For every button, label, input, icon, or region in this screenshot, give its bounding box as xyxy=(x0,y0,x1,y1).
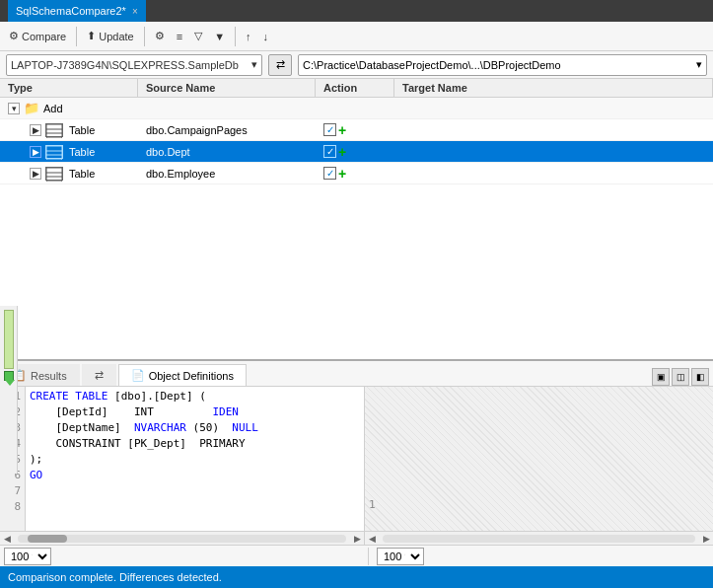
object-def-tab-label: Object Definitions xyxy=(149,370,234,382)
expand-icon[interactable]: ▾ xyxy=(8,103,20,114)
source-connection-label: LAPTOP-J7389G4N\SQLEXPRESS.SampleDb xyxy=(11,59,239,71)
scroll-left-arrow[interactable]: ◀ xyxy=(0,532,14,546)
left-indicator-strip xyxy=(0,387,18,474)
plus-icon: + xyxy=(338,145,346,159)
status-message: Comparison complete. Differences detecte… xyxy=(8,571,222,583)
source-connection-dropdown[interactable]: LAPTOP-J7389G4N\SQLEXPRESS.SampleDb ▾ xyxy=(6,54,262,76)
split-right-button[interactable]: ◫ xyxy=(672,368,689,386)
filter-dropdown-icon: ▼ xyxy=(214,31,225,42)
nav-up-button[interactable]: ↑ xyxy=(241,25,256,48)
document-tab[interactable]: SqlSchemaCompare2* × xyxy=(8,0,146,22)
code-line-2: [DeptId] INT IDEN xyxy=(30,404,360,420)
source-name-cell: dbo.Dept xyxy=(138,144,316,160)
code-left-panel: 1 2 3 4 5 6 7 8 CREATE TABLE [dbo].[Dept… xyxy=(0,387,365,531)
header-type: Type xyxy=(0,79,138,97)
svg-rect-3 xyxy=(46,146,62,160)
scroll-right-left-arrow[interactable]: ◀ xyxy=(365,532,379,546)
table-row[interactable]: ▶ Table dbo.Dept ✓ + xyxy=(0,141,713,163)
code-right-panel: 1 xyxy=(365,387,713,531)
type-label: Table xyxy=(69,168,95,180)
list-button[interactable]: ≡ xyxy=(172,25,187,48)
editor-scrollbar[interactable]: ◀ ▶ ◀ ▶ xyxy=(0,531,713,545)
right-line-number: 1 xyxy=(369,498,376,511)
separator-3 xyxy=(235,27,236,46)
settings-button[interactable]: ⚙ xyxy=(150,25,170,48)
nav-down-button[interactable]: ↓ xyxy=(258,25,274,48)
row-expand-icon[interactable]: ▶ xyxy=(30,168,41,180)
svg-rect-6 xyxy=(46,168,62,182)
target-cell xyxy=(394,128,713,132)
header-source: Source Name xyxy=(138,79,316,97)
scroll-track-left[interactable] xyxy=(18,535,346,543)
type-cell: ▶ Table xyxy=(0,165,138,183)
action-cell: ✓ + xyxy=(316,121,394,139)
scroll-thumb-left[interactable] xyxy=(28,535,67,543)
check-plus: ✓ + xyxy=(323,167,346,181)
document-tab-title: SqlSchemaCompare2* xyxy=(16,5,126,17)
nav-up-icon: ↑ xyxy=(246,31,251,42)
code-editor[interactable]: CREATE TABLE [dbo].[Dept] ( [DeptId] INT… xyxy=(26,387,364,531)
status-bar: Comparison complete. Differences detecte… xyxy=(0,566,713,588)
right-scrollbar[interactable]: ◀ ▶ xyxy=(365,532,713,546)
main-toolbar: ⚙ Compare ⬆ Update ⚙ ≡ ▽ ▼ ↑ ↓ xyxy=(0,22,713,51)
checkbox-icon[interactable]: ✓ xyxy=(323,123,336,136)
scroll-right-arrow[interactable]: ▶ xyxy=(350,532,364,546)
separator-1 xyxy=(76,27,77,46)
action-cell: ✓ + xyxy=(316,165,394,183)
split-vertical-button[interactable]: ▣ xyxy=(652,368,670,386)
filter-button[interactable]: ▽ xyxy=(189,25,207,48)
bottom-panel: 📋 Results ⇄ 📄 Object Definitions ▣ ◫ ◧ 1 xyxy=(0,359,713,566)
target-connection-dropdown[interactable]: C:\Practice\DatabaseProjectDemo\...\DBPr… xyxy=(298,54,707,76)
filter-icon: ▽ xyxy=(194,30,202,42)
code-line-6: GO xyxy=(30,468,360,483)
object-def-tab-icon: 📄 xyxy=(131,369,145,382)
close-tab-button[interactable]: × xyxy=(132,6,138,17)
split-left-button[interactable]: ◧ xyxy=(691,368,709,386)
main-content: Type Source Name Action Target Name ▾ 📁 … xyxy=(0,79,713,566)
swap-icon: ⇄ xyxy=(276,58,285,71)
type-cell: ▶ Table xyxy=(0,121,138,139)
tab-swap[interactable]: ⇄ xyxy=(82,364,116,386)
table-row[interactable]: ▶ Table dbo.CampaignPages ✓ + xyxy=(0,119,713,141)
filter-dropdown-button[interactable]: ▼ xyxy=(209,25,230,48)
update-button[interactable]: ⬆ Update xyxy=(82,25,138,48)
source-dropdown-arrow: ▾ xyxy=(251,58,257,71)
line-num-7: 7 xyxy=(0,483,25,499)
zoom-right: 100 % 75 % 150 % xyxy=(371,548,709,565)
swap-connections-button[interactable]: ⇄ xyxy=(268,54,292,76)
checkbox-icon[interactable]: ✓ xyxy=(323,145,336,158)
swap-tab-icon: ⇄ xyxy=(95,369,104,382)
table-icon xyxy=(45,123,63,137)
nav-down-icon: ↓ xyxy=(263,31,269,42)
group-source-cell xyxy=(138,107,316,110)
zoom-left: 100 % 75 % 150 % xyxy=(4,548,369,565)
compare-button[interactable]: ⚙ Compare xyxy=(4,25,71,48)
table-row[interactable]: ▶ Table dbo.Employee ✓ + xyxy=(0,163,713,184)
compare-icon: ⚙ xyxy=(9,30,19,42)
plus-icon: + xyxy=(338,123,346,137)
grid-header: Type Source Name Action Target Name xyxy=(0,79,713,98)
zoom-select-left[interactable]: 100 % 75 % 150 % xyxy=(4,548,51,565)
code-line-8 xyxy=(30,499,360,515)
checkbox-icon[interactable]: ✓ xyxy=(323,167,336,180)
type-label: Table xyxy=(69,146,95,158)
folder-icon: 📁 xyxy=(24,101,39,115)
zoom-select-right[interactable]: 100 % 75 % 150 % xyxy=(377,548,424,565)
scroll-right-right-arrow[interactable]: ▶ xyxy=(699,532,713,546)
tab-object-definitions[interactable]: 📄 Object Definitions xyxy=(118,364,247,386)
code-line-4: CONSTRAINT [PK_Dept] PRIMARY xyxy=(30,436,360,452)
left-scrollbar[interactable]: ◀ ▶ xyxy=(0,532,365,546)
row-expand-icon[interactable]: ▶ xyxy=(30,146,41,158)
group-target-cell xyxy=(394,107,713,110)
target-cell xyxy=(394,172,713,176)
type-label: Table xyxy=(69,124,95,136)
schema-grid[interactable]: Type Source Name Action Target Name ▾ 📁 … xyxy=(0,79,713,359)
table-icon xyxy=(45,145,63,159)
update-icon: ⬆ xyxy=(87,30,96,42)
table-icon xyxy=(45,167,63,181)
results-tab-label: Results xyxy=(31,370,67,382)
row-expand-icon[interactable]: ▶ xyxy=(30,124,41,136)
scroll-track-right[interactable] xyxy=(383,535,695,543)
group-row-add[interactable]: ▾ 📁 Add xyxy=(0,98,713,119)
source-name-cell: dbo.CampaignPages xyxy=(138,122,316,138)
